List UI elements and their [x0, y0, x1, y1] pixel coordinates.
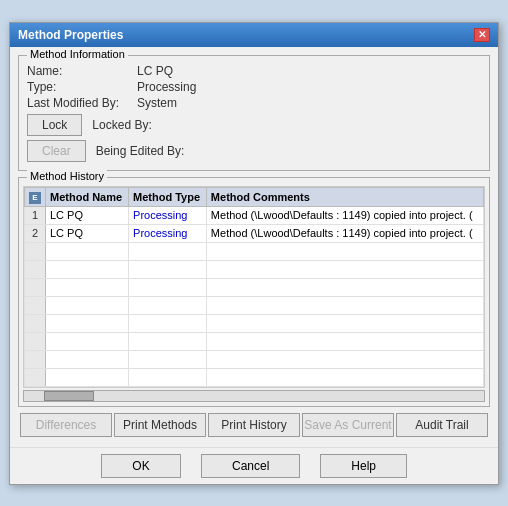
table-row-empty: [25, 296, 484, 314]
dialog-footer: OK Cancel Help: [10, 447, 498, 484]
ok-button[interactable]: OK: [101, 454, 181, 478]
lock-button[interactable]: Lock: [27, 114, 82, 136]
history-legend: Method History: [27, 170, 107, 182]
table-row-empty: [25, 278, 484, 296]
print-history-button[interactable]: Print History: [208, 413, 300, 437]
table-row: 1 LC PQ Processing Method (\Lwood\Defaul…: [25, 206, 484, 224]
table-row: 2 LC PQ Processing Method (\Lwood\Defaul…: [25, 224, 484, 242]
lock-row: Lock Locked By:: [27, 114, 481, 136]
table-row-empty: [25, 350, 484, 368]
close-button[interactable]: ✕: [474, 28, 490, 42]
type-label: Type:: [27, 80, 137, 94]
name-row: Name: LC PQ: [27, 64, 481, 78]
last-modified-value: System: [137, 96, 177, 110]
name-label: Name:: [27, 64, 137, 78]
col-header-type: Method Type: [129, 187, 207, 206]
last-modified-row: Last Modified By: System: [27, 96, 481, 110]
col-header-name: Method Name: [46, 187, 129, 206]
differences-button[interactable]: Differences: [20, 413, 112, 437]
method-info-group: Method Information Name: LC PQ Type: Pro…: [18, 55, 490, 171]
print-methods-button[interactable]: Print Methods: [114, 413, 206, 437]
col-header-icon: E: [25, 187, 46, 206]
table-row-empty: [25, 242, 484, 260]
row-num-2: 2: [25, 224, 46, 242]
dialog-body: Method Information Name: LC PQ Type: Pro…: [10, 47, 498, 447]
method-info-legend: Method Information: [27, 48, 128, 60]
row-1-comments: Method (\Lwood\Defaults : 1149) copied i…: [206, 206, 483, 224]
locked-by-label: Locked By:: [92, 118, 151, 132]
row-2-comments: Method (\Lwood\Defaults : 1149) copied i…: [206, 224, 483, 242]
scrollbar-thumb[interactable]: [44, 391, 94, 401]
row-2-type: Processing: [129, 224, 207, 242]
horizontal-scrollbar[interactable]: [23, 390, 485, 402]
col-header-comments: Method Comments: [206, 187, 483, 206]
table-header-row: E Method Name Method Type Method Comment…: [25, 187, 484, 206]
audit-trail-button[interactable]: Audit Trail: [396, 413, 488, 437]
row-num-1: 1: [25, 206, 46, 224]
title-bar: Method Properties ✕: [10, 23, 498, 47]
table-row-empty: [25, 368, 484, 386]
dialog-title: Method Properties: [18, 28, 123, 42]
row-1-name: LC PQ: [46, 206, 129, 224]
method-history-group: Method History E Method Name Method Type…: [18, 177, 490, 407]
type-row: Type: Processing: [27, 80, 481, 94]
scrollbar-row: [23, 390, 485, 402]
row-2-name: LC PQ: [46, 224, 129, 242]
table-row-empty: [25, 260, 484, 278]
clear-row: Clear Being Edited By:: [27, 140, 481, 162]
action-buttons-row: Differences Print Methods Print History …: [18, 413, 490, 439]
cancel-button[interactable]: Cancel: [201, 454, 300, 478]
last-modified-label: Last Modified By:: [27, 96, 137, 110]
history-table-container: E Method Name Method Type Method Comment…: [23, 186, 485, 388]
table-row-empty: [25, 332, 484, 350]
help-button[interactable]: Help: [320, 454, 407, 478]
table-body: 1 LC PQ Processing Method (\Lwood\Defaul…: [25, 206, 484, 386]
type-value: Processing: [137, 80, 196, 94]
row-1-type: Processing: [129, 206, 207, 224]
being-edited-label: Being Edited By:: [96, 144, 185, 158]
clear-button[interactable]: Clear: [27, 140, 86, 162]
dialog: Method Properties ✕ Method Information N…: [9, 22, 499, 485]
table-icon: E: [29, 192, 41, 204]
table-row-empty: [25, 314, 484, 332]
name-value: LC PQ: [137, 64, 173, 78]
save-as-current-button[interactable]: Save As Current: [302, 413, 394, 437]
history-table: E Method Name Method Type Method Comment…: [24, 187, 484, 387]
